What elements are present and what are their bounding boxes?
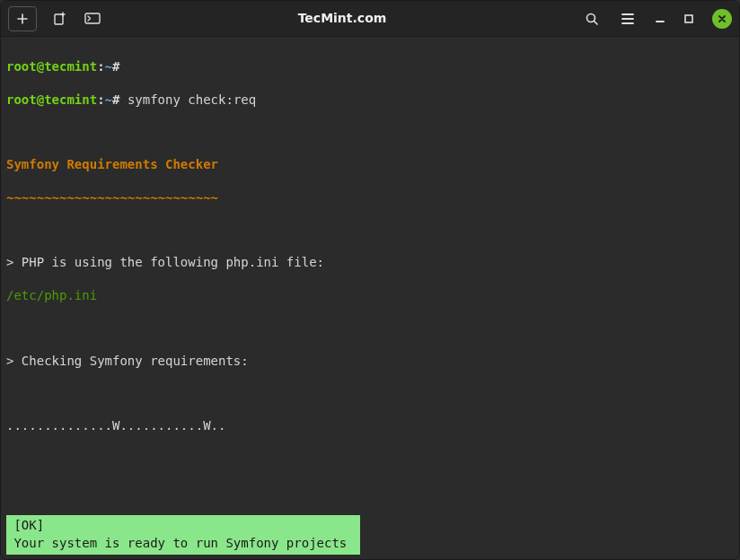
new-window-icon xyxy=(53,12,67,26)
blank-line xyxy=(6,385,734,401)
maximize-button[interactable] xyxy=(676,6,701,31)
php-ini-label: > PHP is using the following php.ini fil… xyxy=(6,254,734,270)
titlebar-right xyxy=(576,4,732,33)
blank-line xyxy=(6,222,734,238)
ok-line-1: [OK] xyxy=(6,517,360,535)
minimize-icon xyxy=(655,13,665,24)
window-title: TecMint.com xyxy=(112,10,572,26)
prompt-line-2: root@tecmint:~# symfony check:req xyxy=(6,92,734,108)
php-ini-path: /etc/php.ini xyxy=(6,288,97,302)
ok-status-block: [OK] Your system is ready to run Symfony… xyxy=(6,515,360,554)
svg-rect-1 xyxy=(85,13,100,23)
maximize-icon xyxy=(683,13,694,24)
close-icon xyxy=(718,14,727,23)
checker-header-tilde: ~~~~~~~~~~~~~~~~~~~~~~~~~~~~ xyxy=(6,190,218,205)
minimize-button[interactable] xyxy=(648,6,673,31)
svg-rect-3 xyxy=(685,15,692,22)
prompt-path: ~ xyxy=(105,59,112,74)
progress-dots: ..............W...........W.. xyxy=(6,417,734,433)
new-window-button[interactable] xyxy=(44,4,76,33)
terminal-body[interactable]: root@tecmint:~# root@tecmint:~# symfony … xyxy=(1,37,739,559)
prompt-user: root@tecmint xyxy=(6,59,97,74)
blank-line xyxy=(6,451,734,467)
svg-rect-0 xyxy=(55,14,63,24)
search-button[interactable] xyxy=(576,4,608,33)
plus-icon xyxy=(16,13,29,25)
blank-line xyxy=(6,124,734,140)
ok-line-2: Your system is ready to run Symfony proj… xyxy=(6,535,360,553)
prompt-hash: # xyxy=(112,59,119,74)
blank-line xyxy=(6,319,734,336)
menu-button[interactable] xyxy=(612,4,644,33)
hamburger-icon xyxy=(621,13,635,25)
terminal-icon xyxy=(84,13,101,25)
titlebar-left xyxy=(8,4,109,33)
prompt-path: ~ xyxy=(105,92,112,107)
prompt-user: root@tecmint xyxy=(6,92,97,107)
terminal-select-button[interactable] xyxy=(76,4,109,33)
prompt-line-1: root@tecmint:~# xyxy=(6,58,734,74)
checker-header: Symfony Requirements Checker xyxy=(6,157,218,171)
command-text: symfony check:req xyxy=(128,92,256,107)
titlebar: TecMint.com xyxy=(1,1,739,37)
close-button[interactable] xyxy=(712,9,732,29)
terminal-window: TecMint.com root@tecmint:~# root@tecmint… xyxy=(0,0,740,560)
prompt-colon: : xyxy=(97,92,104,107)
new-tab-button[interactable] xyxy=(8,6,37,31)
prompt-colon: : xyxy=(97,59,104,74)
blank-line xyxy=(6,483,734,499)
search-icon xyxy=(585,12,599,26)
checking-label: > Checking Symfony requirements: xyxy=(6,353,734,369)
